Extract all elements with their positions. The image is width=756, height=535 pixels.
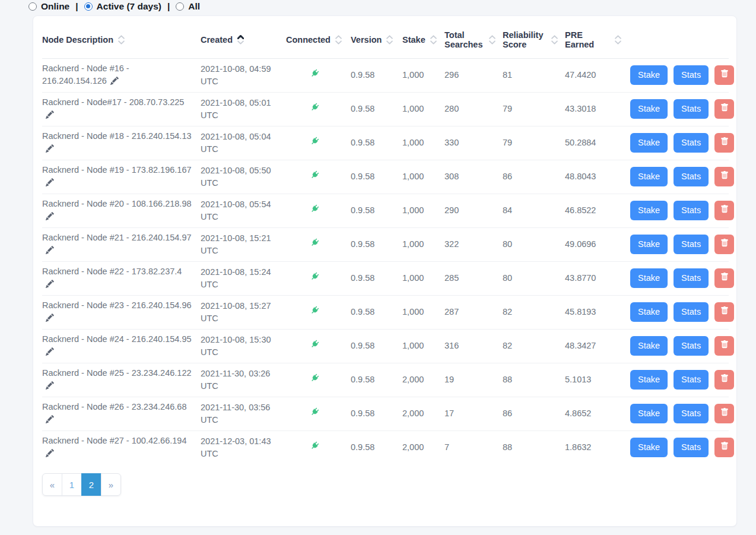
filter-option-label: All (188, 1, 200, 12)
stats-button[interactable]: Stats (674, 268, 709, 288)
stats-button[interactable]: Stats (674, 404, 709, 423)
sort-chevrons-icon (118, 35, 125, 45)
stats-button[interactable]: Stats (674, 438, 709, 457)
trash-icon (720, 404, 729, 423)
created-cell: 2021-10-08, 05:54 UTC (201, 194, 286, 227)
radio-icon[interactable] (84, 2, 93, 11)
total-searches-cell: 287 (444, 295, 503, 329)
edit-pencil-icon[interactable] (46, 211, 54, 224)
connected-plug-icon (310, 375, 320, 385)
column-header-node-description[interactable]: Node Description (42, 22, 201, 58)
edit-pencil-icon[interactable] (46, 448, 54, 461)
delete-button[interactable] (714, 438, 734, 457)
stats-button[interactable]: Stats (674, 99, 709, 119)
column-header-total-searches[interactable]: Total Searches (444, 22, 503, 58)
trash-icon (720, 235, 729, 254)
stake-button[interactable]: Stake (630, 65, 668, 85)
edit-pencil-icon[interactable] (46, 245, 54, 258)
table-row: Racknerd - Node #26 - 23.234.246.68 2021… (42, 397, 729, 430)
edit-pencil-icon[interactable] (46, 144, 54, 156)
connected-cell (286, 227, 351, 261)
delete-button[interactable] (714, 370, 734, 390)
delete-button[interactable] (714, 336, 734, 356)
column-header-actions (630, 22, 729, 58)
stats-button[interactable]: Stats (674, 65, 709, 85)
delete-button[interactable] (714, 268, 734, 288)
stats-button[interactable]: Stats (674, 370, 709, 390)
page-prev-button[interactable]: « (42, 473, 62, 496)
filter-option-active-7-days[interactable]: Active (7 days) (84, 1, 161, 12)
edit-pencil-icon[interactable] (110, 76, 119, 88)
stake-cell: 1,000 (402, 261, 444, 295)
sort-chevrons-icon (237, 35, 244, 45)
stake-button[interactable]: Stake (630, 336, 668, 356)
column-header-reliability-score[interactable]: Reliability Score (503, 22, 565, 58)
node-description: Racknerd - Node #21 - 216.240.154.97 (42, 233, 192, 242)
actions-cell: Stake Stats (630, 430, 729, 464)
table-row: Racknerd - Node #24 - 216.240.154.95 202… (42, 329, 729, 363)
reliability-score-cell: 79 (503, 92, 565, 126)
page-next-button[interactable]: » (101, 473, 121, 496)
stats-button[interactable]: Stats (674, 167, 709, 186)
stats-button[interactable]: Stats (674, 201, 709, 220)
delete-button[interactable] (714, 235, 734, 254)
edit-pencil-icon[interactable] (46, 178, 54, 190)
node-description-cell: Racknerd - Node #26 - 23.234.246.68 (42, 397, 201, 430)
radio-icon[interactable] (28, 2, 37, 11)
delete-button[interactable] (714, 133, 734, 153)
delete-button[interactable] (714, 167, 734, 186)
stake-cell: 1,000 (402, 58, 444, 92)
stake-cell: 2,000 (402, 397, 444, 430)
stake-button[interactable]: Stake (630, 99, 668, 119)
stake-cell: 1,000 (402, 227, 444, 261)
delete-button[interactable] (714, 201, 734, 220)
delete-button[interactable] (714, 99, 734, 119)
stake-button[interactable]: Stake (630, 302, 668, 322)
delete-button[interactable] (714, 302, 734, 322)
edit-pencil-icon[interactable] (46, 313, 54, 325)
stats-button[interactable]: Stats (674, 302, 709, 322)
edit-pencil-icon[interactable] (46, 110, 54, 122)
page-1-button[interactable]: 1 (62, 473, 82, 496)
stake-button[interactable]: Stake (630, 404, 668, 423)
column-header-pre-earned[interactable]: PRE Earned (565, 22, 630, 58)
actions-cell: Stake Stats (630, 329, 729, 363)
column-header-connected[interactable]: Connected (286, 22, 351, 58)
edit-pencil-icon[interactable] (46, 347, 54, 359)
filter-option-online[interactable]: Online (28, 1, 69, 12)
trash-icon (720, 336, 729, 356)
sort-chevrons-icon (551, 35, 558, 45)
delete-button[interactable] (714, 404, 734, 423)
stats-button[interactable]: Stats (674, 336, 709, 356)
stats-button[interactable]: Stats (674, 235, 709, 254)
stake-button[interactable]: Stake (630, 268, 668, 288)
radio-icon[interactable] (176, 2, 184, 11)
stake-button[interactable]: Stake (630, 235, 668, 254)
edit-pencil-icon[interactable] (46, 414, 54, 427)
stake-button[interactable]: Stake (630, 201, 668, 220)
page-2-button[interactable]: 2 (81, 473, 101, 496)
filter-option-label: Online (41, 1, 69, 12)
stake-button[interactable]: Stake (630, 133, 668, 153)
version-cell: 0.9.58 (351, 58, 402, 92)
stake-button[interactable]: Stake (630, 370, 668, 390)
node-description: Racknerd - Node #25 - 23.234.246.122 (42, 368, 192, 378)
table-header-row: Node Description Created Connected (42, 22, 729, 58)
column-header-created[interactable]: Created (201, 22, 286, 58)
created-cell: 2021-10-08, 05:04 UTC (201, 126, 286, 160)
connected-cell (286, 397, 351, 430)
delete-button[interactable] (714, 65, 734, 85)
stake-cell: 1,000 (402, 329, 444, 363)
column-header-version[interactable]: Version (351, 22, 402, 58)
reliability-score-cell: 79 (503, 126, 565, 160)
stake-cell: 1,000 (402, 126, 444, 160)
column-header-label: Stake (402, 35, 425, 45)
column-header-stake[interactable]: Stake (402, 22, 444, 58)
stake-button[interactable]: Stake (630, 438, 668, 457)
filter-option-all[interactable]: All (176, 1, 200, 12)
created-cell: 2021-10-08, 04:59 UTC (201, 58, 286, 92)
stats-button[interactable]: Stats (674, 133, 709, 153)
stake-button[interactable]: Stake (630, 167, 668, 186)
edit-pencil-icon[interactable] (46, 279, 54, 292)
edit-pencil-icon[interactable] (46, 381, 54, 393)
